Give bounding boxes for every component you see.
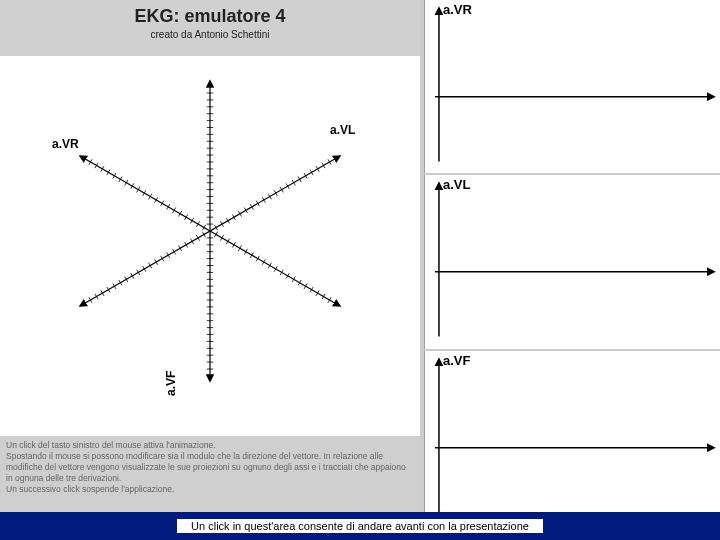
instructions-panel: Un click del tasto sinistro del mouse at…	[0, 436, 420, 512]
main-axes-panel[interactable]: a.VR a.VL a.VF	[0, 56, 420, 436]
lead-panel-avr: a.VR	[424, 0, 720, 173]
footer-advance-area[interactable]: Un click in quest'area consente di andar…	[0, 512, 720, 540]
lead-label-avf: a.VF	[443, 353, 470, 368]
lead-label-avr: a.VR	[443, 2, 472, 17]
leads-column: a.VR a.VL a.VF	[424, 0, 720, 512]
axis-label-avf: a.VF	[164, 371, 178, 396]
app-subtitle: creato da Antonio Schettini	[0, 29, 420, 40]
instruction-line-1: Un click del tasto sinistro del mouse at…	[6, 440, 414, 451]
lead-label-avl: a.VL	[443, 177, 470, 192]
footer-text: Un click in quest'area consente di andar…	[177, 519, 543, 533]
app-title: EKG: emulatore 4	[0, 6, 420, 27]
lead-panel-avl: a.VL	[424, 175, 720, 348]
axis-label-avr: a.VR	[52, 137, 79, 151]
lead-panel-avf: a.VF	[424, 351, 720, 524]
header: EKG: emulatore 4 creato da Antonio Schet…	[0, 0, 420, 56]
axis-label-avl: a.VL	[330, 123, 355, 137]
hexaxial-diagram: a.VR a.VL a.VF	[0, 56, 420, 436]
instruction-line-2: Spostando il mouse si possono modificare…	[6, 451, 414, 484]
instruction-line-3: Un successivo click sospende l'applicazi…	[6, 484, 414, 495]
